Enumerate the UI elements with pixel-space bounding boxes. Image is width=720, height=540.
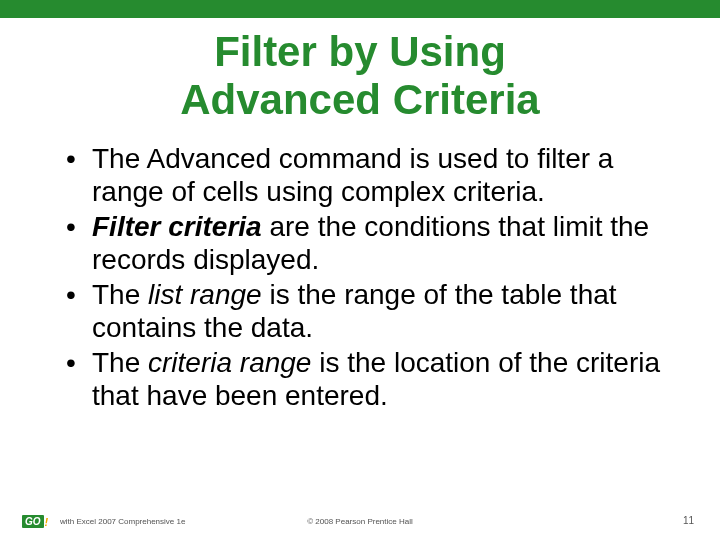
slide-title: Filter by Using Advanced Criteria <box>0 28 720 125</box>
title-line-2: Advanced Criteria <box>180 76 539 123</box>
bullet-text: The <box>92 347 148 378</box>
bullet-list: The Advanced command is used to filter a… <box>60 142 680 412</box>
list-item: Filter criteria are the conditions that … <box>60 210 680 276</box>
bullet-term: Filter criteria <box>92 211 262 242</box>
list-item: The Advanced command is used to filter a… <box>60 142 680 208</box>
page-number: 11 <box>683 515 694 526</box>
bullet-term: list range <box>148 279 262 310</box>
title-line-1: Filter by Using <box>214 28 506 75</box>
slide: Filter by Using Advanced Criteria The Ad… <box>0 0 720 540</box>
slide-body: The Advanced command is used to filter a… <box>60 142 680 414</box>
list-item: The criteria range is the location of th… <box>60 346 680 412</box>
bullet-text: The Advanced command is used to filter a… <box>92 143 613 207</box>
list-item: The list range is the range of the table… <box>60 278 680 344</box>
top-stripe <box>0 0 720 18</box>
bullet-text: The <box>92 279 148 310</box>
footer: GO! with Excel 2007 Comprehensive 1e © 2… <box>0 510 720 530</box>
footer-center: © 2008 Pearson Prentice Hall <box>0 517 720 526</box>
bullet-term: criteria range <box>148 347 311 378</box>
